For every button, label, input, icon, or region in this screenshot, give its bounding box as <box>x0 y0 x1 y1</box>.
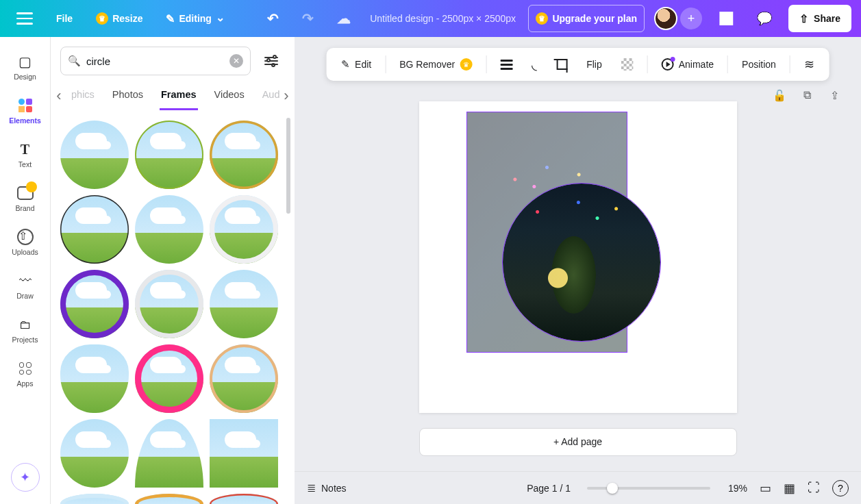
crown-icon <box>460 58 472 71</box>
animate-label: Animate <box>679 59 714 70</box>
search-input[interactable] <box>86 55 224 67</box>
frame-circle-ornate[interactable] <box>210 344 278 413</box>
frame-circle-orange-leaf[interactable] <box>135 494 203 504</box>
add-collaborator-button[interactable]: + <box>680 8 702 29</box>
flip-button[interactable]: Flip <box>578 55 610 74</box>
tab-photos[interactable]: Photos <box>111 85 145 110</box>
nav-label: Brand <box>15 204 34 212</box>
grid-view-button[interactable]: ▦ <box>784 481 795 496</box>
tabs-scroll-left[interactable] <box>52 86 66 105</box>
frame-circle-plain-3[interactable] <box>60 419 129 488</box>
projects-icon <box>17 316 34 333</box>
edit-label: Edit <box>355 59 371 70</box>
style-copy-button[interactable] <box>796 53 823 76</box>
upgrade-plan-button[interactable]: Upgrade your plan <box>528 5 645 32</box>
help-button[interactable]: ? <box>832 480 849 496</box>
frame-results <box>51 111 295 504</box>
circle-frame-element[interactable] <box>503 184 660 341</box>
fullscreen-button[interactable]: ⛶ <box>808 481 820 495</box>
page-mini-toolbar: 🔓 ⧉ ⇪ <box>772 88 842 103</box>
animate-button[interactable]: Animate <box>653 54 722 75</box>
frame-circle-ltblue[interactable] <box>60 494 129 504</box>
comments-button[interactable] <box>750 5 779 32</box>
crop-button[interactable] <box>548 55 575 74</box>
arc-icon <box>532 56 537 73</box>
main-menu-button[interactable] <box>10 5 40 32</box>
zoom-percent[interactable]: 19% <box>728 483 747 494</box>
chat-icon <box>757 11 772 26</box>
nav-label: Text <box>18 160 32 168</box>
transparency-button[interactable] <box>613 54 642 75</box>
share-button[interactable]: Share <box>788 5 851 32</box>
nav-projects[interactable]: Projects <box>5 310 46 351</box>
nav-apps[interactable]: Apps <box>5 353 46 394</box>
redo-button[interactable] <box>295 5 321 32</box>
nav-brand[interactable]: Brand <box>5 178 46 219</box>
file-menu[interactable]: File <box>49 5 79 32</box>
brand-icon <box>17 185 34 201</box>
frame-circle-soft[interactable] <box>135 195 203 264</box>
design-title-input[interactable] <box>367 13 519 24</box>
search-box[interactable] <box>60 47 251 75</box>
tab-graphics[interactable]: phics <box>70 85 96 110</box>
nav-text[interactable]: Text <box>5 134 46 175</box>
elements-panel: phics Photos Frames Videos Audio <box>51 37 295 504</box>
frame-circle-grey-border[interactable] <box>210 195 278 264</box>
nav-design[interactable]: Design <box>5 47 46 88</box>
undo-button[interactable] <box>260 5 286 32</box>
nav-label: Design <box>14 73 36 81</box>
results-scrollbar[interactable] <box>286 118 290 214</box>
bg-remover-button[interactable]: BG Remover <box>391 54 480 75</box>
frame-circle-plain[interactable] <box>60 121 129 189</box>
export-page-button[interactable]: ⇪ <box>827 88 842 103</box>
resize-button[interactable]: Resize <box>89 5 149 32</box>
frame-circle-black-outline[interactable] <box>60 195 129 264</box>
transparency-icon <box>621 58 634 71</box>
tabs-scroll-right[interactable] <box>279 86 293 105</box>
editing-mode-dropdown[interactable]: Editing <box>159 5 231 32</box>
frame-circle-floral[interactable] <box>135 270 203 338</box>
canvas-page[interactable] <box>419 101 737 413</box>
frame-circle-red-thin[interactable] <box>210 494 278 504</box>
zoom-slider-thumb[interactable] <box>607 483 618 494</box>
frame-half-circle[interactable] <box>135 419 203 488</box>
frame-circle-gold[interactable] <box>210 121 278 189</box>
frame-cloud-shape[interactable] <box>60 344 129 413</box>
nav-uploads[interactable]: Uploads <box>5 222 46 263</box>
nav-label: Draw <box>16 292 34 300</box>
nav-draw[interactable]: Draw <box>5 266 46 307</box>
page-view-button[interactable]: ▭ <box>760 481 771 496</box>
edit-image-button[interactable]: Edit <box>333 54 379 75</box>
separator <box>790 55 790 73</box>
chevron-down-icon <box>216 12 225 25</box>
page-indicator: Page 1 / 1 <box>527 483 571 494</box>
frame-circle-green-thin[interactable] <box>135 121 203 189</box>
duplicate-page-button[interactable]: ⧉ <box>799 88 814 103</box>
position-button[interactable]: Position <box>734 55 784 74</box>
magic-assist-button[interactable] <box>11 463 40 492</box>
analytics-button[interactable] <box>712 5 740 32</box>
pencil-icon <box>166 12 175 25</box>
save-status[interactable] <box>330 5 358 32</box>
style-icon <box>804 57 814 72</box>
line-style-button[interactable] <box>492 55 521 74</box>
frame-circle-plain-2[interactable] <box>210 270 278 338</box>
user-avatar[interactable] <box>654 7 677 30</box>
frame-square-overlay[interactable] <box>210 419 278 488</box>
clear-search-button[interactable] <box>229 54 243 68</box>
tab-videos[interactable]: Videos <box>213 85 246 110</box>
nav-label: Apps <box>17 379 34 388</box>
tab-frames[interactable]: Frames <box>160 85 198 110</box>
editing-label: Editing <box>179 13 211 24</box>
frame-circle-purple[interactable] <box>60 270 129 338</box>
notes-button[interactable]: Notes <box>307 481 347 494</box>
lock-button[interactable]: 🔓 <box>772 88 787 103</box>
search-filters-button[interactable] <box>258 47 285 75</box>
share-icon <box>799 12 808 25</box>
frame-circle-pink[interactable] <box>135 344 203 413</box>
footer-bar: Notes Page 1 / 1 19% ▭ ▦ ⛶ ? <box>295 471 861 504</box>
zoom-slider[interactable] <box>587 487 710 490</box>
nav-elements[interactable]: Elements <box>5 90 46 131</box>
corner-rounding-button[interactable] <box>523 52 545 77</box>
add-page-button[interactable]: + Add page <box>419 428 737 456</box>
